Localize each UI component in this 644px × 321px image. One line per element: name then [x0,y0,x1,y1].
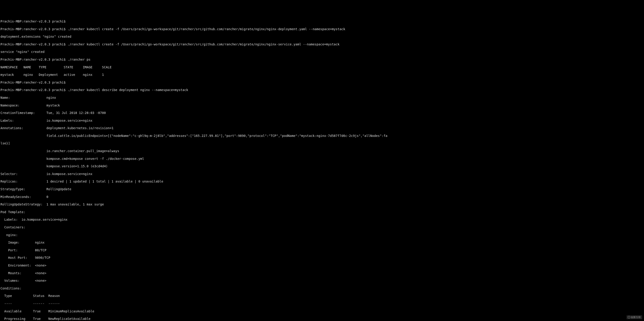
describe-name: Name: nginx [0,96,644,100]
command-line: Prachis-MBP:rancher-v2.0.3 prachi$ ./ran… [0,58,644,61]
describe-annotations-2: field.cattle.io/publicEndpoints=[{"nodeN… [0,134,644,138]
describe-nginx-container: nginx: [0,233,644,237]
describe-strategy: StrategyType: RollingUpdate [0,187,644,191]
describe-pod-labels: Labels: io.kompose.service=nginx [0,218,644,222]
describe-pod-template: Pod Template: [0,210,644,214]
describe-annotations-5: kompose.version=1.15.0 (e3cd4d4) [0,164,644,168]
describe-creation: CreationTimestamp: Tue, 31 Jul 2018 12:2… [0,111,644,115]
command-line: Prachis-MBP:rancher-v2.0.3 prachi$ ./ran… [0,88,644,92]
describe-annotations-4: kompose.cmd=kompose convert -f ./docker-… [0,157,644,161]
terminal-output[interactable]: Prachis-MBP:rancher-v2.0.3 prachi$ Prach… [0,16,644,321]
command-line: Prachis-MBP:rancher-v2.0.3 prachi$ ./ran… [0,42,644,46]
describe-port: Port: 80/TCP [0,248,644,252]
describe-annotations-3: io.rancher.container.pull_image=always [0,149,644,153]
describe-minready: MinReadySeconds: 0 [0,195,644,199]
describe-rolling: RollingUpdateStrategy: 1 max unavailable… [0,203,644,206]
ps-row: mystack nginx Deployment active nginx 1 [0,73,644,77]
prompt-line: Prachis-MBP:rancher-v2.0.3 prachi$ [0,19,644,23]
describe-annotations: Annotations: deployment.kubernetes.io/re… [0,126,644,130]
describe-conditions: Conditions: [0,287,644,290]
describe-image: Image: nginx [0,241,644,245]
command-line: Prachis-MBP:rancher-v2.0.3 prachi$ ./ran… [0,27,644,31]
output-line: deployment.extensions "nginx" created [0,35,644,38]
watermark-icon [628,316,630,318]
watermark-text: 创新互联 [631,316,641,319]
describe-selector: Selector: io.kompose.service=nginx [0,172,644,176]
describe-labels: Labels: io.kompose.service=nginx [0,119,644,123]
describe-hostport: Host Port: 9890/TCP [0,256,644,260]
describe-containers: Containers: [0,225,644,229]
describe-namespace: Namespace: mystack [0,103,644,107]
describe-cond-progressing: Progressing True NewReplicaSetAvailable [0,317,644,321]
describe-cond-header: Type Status Reason [0,294,644,298]
describe-env: Environment: <none> [0,264,644,268]
describe-annotations-cont: lse}] [0,141,644,145]
describe-replicas: Replicas: 1 desired | 1 updated | 1 tota… [0,180,644,183]
describe-volumes: Volumes: <none> [0,279,644,283]
watermark-badge: 创新互联 [626,315,642,319]
ps-header: NAMESPACE NAME TYPE STATE IMAGE SCALE [0,65,644,69]
describe-mounts: Mounts: <none> [0,271,644,275]
describe-cond-available: Available True MinimumReplicasAvailable [0,310,644,313]
prompt-line: Prachis-MBP:rancher-v2.0.3 prachi$ [0,81,644,84]
describe-cond-divider: ---- ------ ------ [0,302,644,306]
output-line: service "nginx" created [0,50,644,54]
